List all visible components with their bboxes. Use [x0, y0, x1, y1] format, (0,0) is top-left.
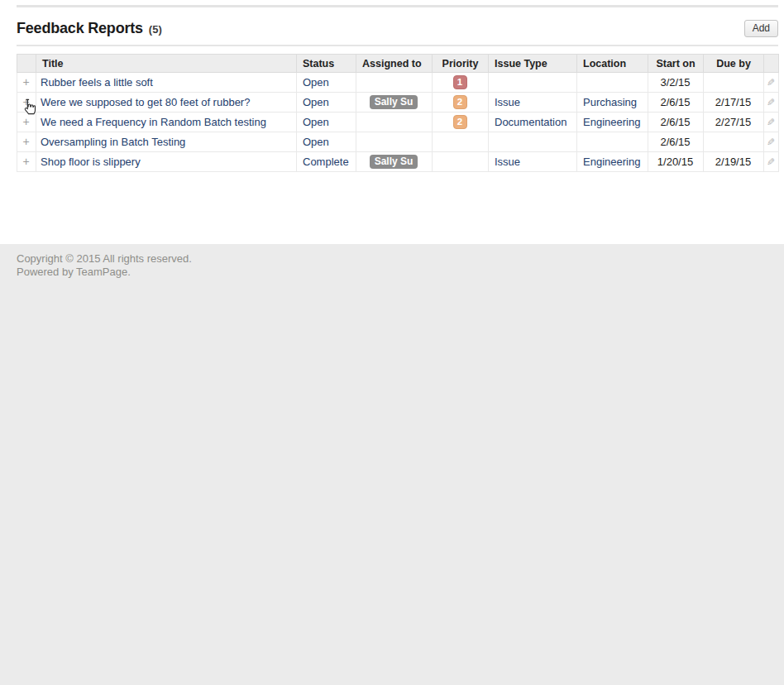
status-cell: Open [297, 73, 356, 93]
priority-cell [433, 132, 489, 152]
expand-cell: + [17, 93, 36, 113]
header-divider [17, 45, 778, 46]
issue-type-cell [489, 132, 577, 152]
location-text: Engineering [583, 116, 640, 128]
start-on-cell: 3/2/15 [648, 73, 704, 93]
expand-cell: + [17, 132, 36, 152]
due-by-cell: 2/19/15 [704, 152, 764, 172]
status-text: Open [303, 76, 329, 89]
column-header-priority: Priority [433, 55, 489, 73]
expand-cell: + [17, 152, 36, 172]
location-cell: Purchasing [577, 93, 648, 113]
status-cell: Open [297, 113, 356, 132]
edit-cell: ✎ [764, 73, 779, 93]
issue-type-cell [489, 73, 577, 93]
status-cell: Complete [297, 152, 356, 172]
location-cell: Engineering [577, 152, 648, 172]
edit-row-button[interactable]: ✎ [767, 77, 775, 89]
item-count: (5) [149, 23, 162, 36]
column-header-location: Location [577, 55, 648, 73]
page-title: Feedback Reports [17, 20, 143, 36]
start-on-cell: 2/6/15 [648, 113, 704, 132]
edit-row-button[interactable]: ✎ [767, 117, 775, 128]
title-cell: Shop floor is slippery [36, 152, 297, 172]
assigned-badge: Sally Su [370, 95, 418, 109]
expand-column-header [17, 55, 36, 73]
issue-type-cell: Documentation [489, 113, 577, 132]
edit-cell: ✎ [764, 93, 779, 113]
title-cell: We need a Frequency in Random Batch test… [36, 113, 297, 132]
start-on-cell: 2/6/15 [648, 93, 704, 113]
edit-cell: ✎ [764, 132, 779, 152]
location-text: Engineering [583, 156, 640, 168]
report-title-link[interactable]: Rubber feels a little soft [41, 76, 153, 89]
title-cell: Oversampling in Batch Testing [36, 132, 297, 152]
status-text: Open [303, 96, 329, 108]
status-text: Open [303, 116, 329, 128]
table-header-row: TitleStatusAssigned toPriorityIssue Type… [17, 55, 779, 73]
report-title-link[interactable]: Were we supposed to get 80 feet of rubbe… [41, 96, 250, 108]
assigned-to-cell: Sally Su [356, 152, 433, 172]
expand-row-button[interactable]: + [19, 113, 33, 131]
issue-type-cell: Issue [489, 152, 577, 172]
page-header: Feedback Reports(5) Add [17, 19, 778, 37]
issue-type-text: Issue [495, 96, 520, 108]
start-on-cell: 1/20/15 [648, 152, 704, 172]
column-header-title: Title [36, 55, 297, 73]
expand-row-button[interactable]: + [19, 93, 33, 111]
table-row: +Rubber feels a little softOpen13/2/15✎ [17, 73, 779, 93]
due-by-cell [704, 73, 764, 93]
edit-row-button[interactable]: ✎ [767, 97, 775, 108]
page-footer: Copyright © 2015 All rights reserved. Po… [0, 244, 784, 685]
status-cell: Open [297, 132, 356, 152]
edit-cell: ✎ [764, 113, 779, 132]
title-cell: Were we supposed to get 80 feet of rubbe… [36, 93, 297, 113]
status-text: Open [303, 136, 329, 148]
assigned-badge: Sally Su [370, 155, 418, 169]
report-title-link[interactable]: We need a Frequency in Random Batch test… [41, 116, 266, 128]
table-row: +Oversampling in Batch TestingOpen2/6/15… [17, 132, 779, 152]
edit-row-button[interactable]: ✎ [767, 156, 775, 168]
expand-row-button[interactable]: + [19, 74, 33, 91]
expand-cell: + [17, 113, 36, 132]
issue-type-cell: Issue [489, 93, 577, 113]
expand-cell: + [17, 73, 36, 93]
page-title-group: Feedback Reports(5) [17, 20, 162, 37]
copyright-text: Copyright © 2015 All rights reserved. [17, 252, 767, 266]
edit-column-header [764, 55, 779, 73]
due-by-cell: 2/17/15 [704, 93, 764, 113]
expand-row-button[interactable]: + [19, 133, 33, 151]
table-row: +Shop floor is slipperyCompleteSally SuI… [17, 152, 779, 172]
issue-type-text: Issue [495, 156, 520, 168]
location-cell: Engineering [577, 113, 648, 132]
table-row: +We need a Frequency in Random Batch tes… [17, 113, 779, 132]
column-header-assigned-to: Assigned to [356, 55, 433, 73]
report-title-link[interactable]: Oversampling in Batch Testing [41, 136, 185, 148]
column-header-start-on: Start on [648, 55, 704, 73]
priority-badge: 2 [453, 115, 467, 129]
priority-badge: 1 [453, 75, 467, 89]
edit-cell: ✎ [764, 152, 779, 172]
status-cell: Open [297, 93, 356, 113]
priority-cell: 1 [433, 73, 489, 93]
add-button[interactable]: Add [744, 20, 778, 37]
start-on-cell: 2/6/15 [648, 132, 704, 152]
location-cell [577, 73, 648, 93]
priority-cell: 2 [433, 113, 489, 132]
due-by-cell: 2/27/15 [704, 113, 764, 132]
status-text: Complete [303, 156, 349, 168]
location-cell [577, 132, 648, 152]
assigned-to-cell: Sally Su [356, 93, 433, 113]
due-by-cell [704, 132, 764, 152]
assigned-to-cell [356, 132, 433, 152]
edit-row-button[interactable]: ✎ [767, 137, 775, 148]
assigned-to-cell [356, 73, 433, 93]
expand-row-button[interactable]: + [19, 153, 33, 170]
issue-type-text: Documentation [495, 116, 566, 128]
location-text: Purchasing [583, 96, 637, 108]
powered-by-text: Powered by TeamPage. [17, 266, 767, 279]
title-cell: Rubber feels a little soft [36, 73, 297, 93]
top-divider [17, 5, 778, 7]
priority-badge: 2 [453, 95, 467, 109]
report-title-link[interactable]: Shop floor is slippery [41, 156, 141, 168]
